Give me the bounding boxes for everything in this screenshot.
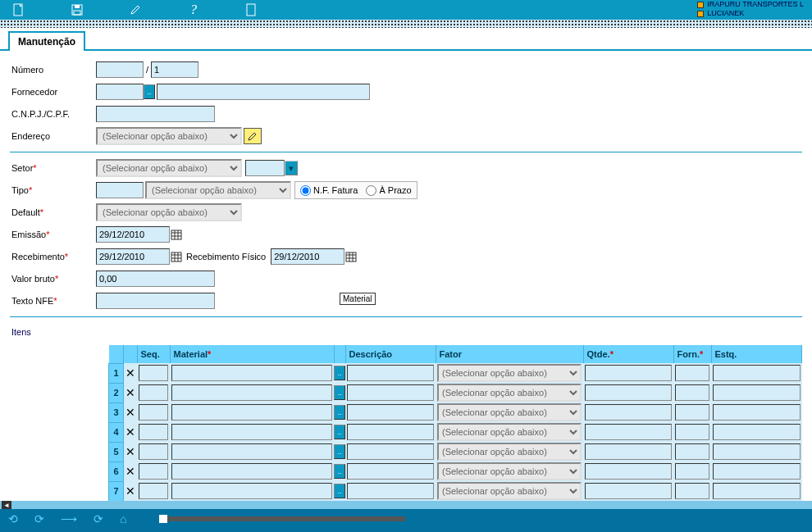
forn-input[interactable]: [675, 463, 709, 480]
material-input[interactable]: [171, 365, 332, 381]
recebimento-fisico-date-button[interactable]: [344, 249, 358, 264]
endereco-edit-button[interactable]: [244, 128, 262, 144]
seq-input[interactable]: [139, 424, 168, 440]
row-delete-button[interactable]: ✕: [124, 383, 138, 402]
emissao-date-button[interactable]: [170, 227, 183, 242]
material-input[interactable]: [171, 463, 332, 480]
fator-select[interactable]: (Selecionar opção abaixo): [437, 364, 582, 382]
fator-select[interactable]: (Selecionar opção abaixo): [437, 462, 582, 480]
seq-input[interactable]: [139, 404, 168, 421]
row-delete-button[interactable]: ✕: [124, 442, 138, 462]
nav-prev-icon[interactable]: ⟳: [34, 512, 44, 525]
row-delete-button[interactable]: ✕: [124, 402, 138, 422]
recebimento-fisico-input[interactable]: [271, 248, 344, 265]
row-delete-button[interactable]: ✕: [124, 462, 138, 481]
forn-input[interactable]: [675, 404, 709, 421]
save-icon[interactable]: [71, 3, 84, 16]
nav-refresh-icon[interactable]: ⟳: [94, 512, 103, 525]
fator-select[interactable]: (Selecionar opção abaixo): [437, 384, 582, 402]
material-input[interactable]: [171, 404, 332, 421]
fator-select[interactable]: (Selecionar opção abaixo): [437, 443, 582, 461]
seq-input[interactable]: [139, 365, 168, 381]
radio-a-prazo[interactable]: À Prazo: [366, 185, 411, 196]
numero-1-input[interactable]: [96, 61, 144, 78]
fornecedor-code-input[interactable]: [96, 84, 144, 100]
descricao-input[interactable]: [347, 463, 434, 480]
material-lookup-button[interactable]: ..: [334, 385, 345, 400]
estq-input[interactable]: [713, 404, 801, 421]
row-delete-button[interactable]: ✕: [124, 481, 138, 501]
emissao-input[interactable]: [96, 226, 170, 243]
footer-slider[interactable]: [159, 516, 405, 521]
slider-handle[interactable]: [159, 515, 167, 523]
estq-input[interactable]: [713, 384, 801, 401]
estq-input[interactable]: [713, 443, 801, 460]
material-lookup-button[interactable]: ..: [334, 464, 345, 479]
material-input[interactable]: [171, 483, 332, 499]
qtde-input[interactable]: [585, 424, 672, 440]
tipo-select[interactable]: (Selecionar opção abaixo): [145, 181, 291, 199]
setor-select[interactable]: (Selecionar opção abaixo): [96, 159, 242, 177]
descricao-input[interactable]: [347, 365, 434, 381]
seq-input[interactable]: [139, 384, 168, 401]
footer-scrollbar[interactable]: ◄: [0, 501, 812, 509]
descricao-input[interactable]: [347, 384, 434, 401]
help-icon[interactable]: ?: [187, 3, 200, 16]
cnpj-input[interactable]: [96, 106, 215, 122]
descricao-input[interactable]: [347, 483, 434, 499]
material-lookup-button[interactable]: ..: [334, 366, 345, 380]
fator-select[interactable]: (Selecionar opção abaixo): [437, 403, 582, 421]
forn-input[interactable]: [675, 443, 709, 460]
seq-input[interactable]: [139, 483, 168, 499]
numero-2-input[interactable]: [151, 61, 198, 78]
tipo-code-input[interactable]: [96, 182, 144, 198]
setor-mini-button[interactable]: ▾: [285, 161, 298, 175]
nav-first-icon[interactable]: ⟲: [8, 512, 18, 525]
endereco-select[interactable]: (Selecionar opção abaixo): [96, 127, 242, 145]
descricao-input[interactable]: [347, 404, 434, 421]
qtde-input[interactable]: [585, 443, 672, 460]
fator-select[interactable]: (Selecionar opção abaixo): [437, 423, 582, 441]
forn-input[interactable]: [675, 424, 709, 440]
recebimento-input[interactable]: [96, 248, 170, 265]
default-select[interactable]: (Selecionar opção abaixo): [96, 203, 242, 221]
material-lookup-button[interactable]: ..: [334, 405, 345, 420]
radio-a-prazo-input[interactable]: [366, 185, 376, 196]
qtde-input[interactable]: [585, 404, 672, 421]
qtde-input[interactable]: [585, 463, 672, 480]
fornecedor-lookup-button[interactable]: ..: [144, 84, 155, 99]
radio-nf-fatura-input[interactable]: [300, 185, 311, 196]
descricao-input[interactable]: [347, 443, 434, 460]
nav-home-icon[interactable]: ⌂: [120, 512, 126, 525]
valor-bruto-input[interactable]: [96, 271, 215, 287]
material-input[interactable]: [171, 443, 332, 460]
fator-select[interactable]: (Selecionar opção abaixo): [437, 482, 582, 500]
qtde-input[interactable]: [585, 365, 672, 381]
estq-input[interactable]: [713, 424, 801, 440]
material-input[interactable]: [171, 384, 332, 401]
nav-stop-icon[interactable]: ⟶: [61, 512, 77, 525]
material-lookup-button[interactable]: ..: [334, 425, 345, 439]
material-lookup-button[interactable]: ..: [334, 444, 345, 459]
tab-manutencao[interactable]: Manutenção: [8, 31, 85, 51]
estq-input[interactable]: [713, 365, 801, 381]
new-icon[interactable]: [12, 3, 25, 16]
forn-input[interactable]: [675, 384, 709, 401]
forn-input[interactable]: [675, 365, 709, 381]
material-lookup-button[interactable]: ..: [334, 484, 345, 498]
estq-input[interactable]: [713, 483, 801, 499]
edit-icon[interactable]: [129, 3, 142, 16]
copy-icon[interactable]: [245, 3, 258, 16]
radio-nf-fatura[interactable]: N.F. Fatura: [300, 185, 358, 196]
forn-input[interactable]: [675, 483, 709, 499]
fornecedor-name-input[interactable]: [157, 84, 370, 100]
seq-input[interactable]: [139, 463, 168, 480]
seq-input[interactable]: [139, 443, 168, 460]
setor-extra-input[interactable]: [245, 160, 285, 176]
qtde-input[interactable]: [585, 483, 672, 499]
recebimento-date-button[interactable]: [170, 249, 183, 264]
material-input[interactable]: [171, 424, 332, 440]
row-delete-button[interactable]: ✕: [124, 422, 138, 442]
qtde-input[interactable]: [585, 384, 672, 401]
estq-input[interactable]: [713, 463, 801, 480]
